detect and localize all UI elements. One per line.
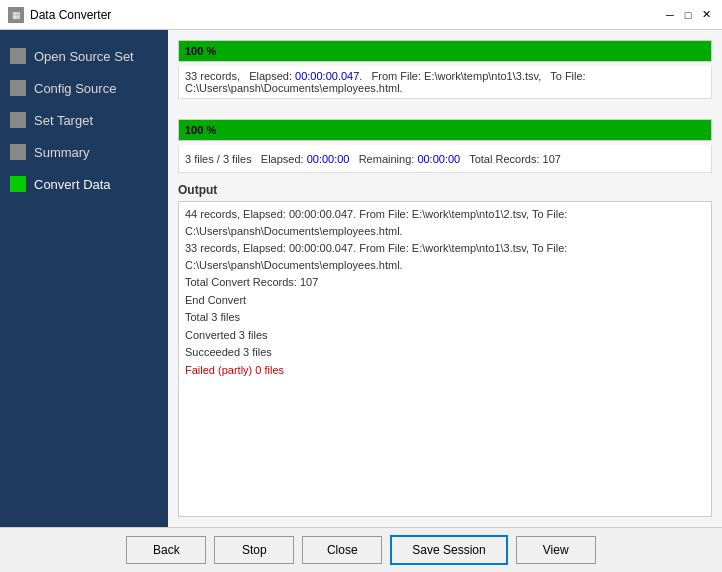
sidebar-label-config-source: Config Source: [34, 81, 116, 96]
save-session-button[interactable]: Save Session: [390, 535, 507, 565]
maximize-button[interactable]: □: [680, 7, 696, 23]
progress-info-text-2: 3 files / 3 files Elapsed: 00:00:00 Rema…: [185, 153, 561, 165]
progress-percent-1: 100 %: [185, 45, 216, 57]
title-bar-title: Data Converter: [30, 8, 111, 22]
progress-bar-2: 100 %: [178, 119, 712, 141]
sidebar: Open Source Set Config Source Set Target…: [0, 30, 168, 527]
view-button[interactable]: View: [516, 536, 596, 564]
close-button-footer[interactable]: Close: [302, 536, 382, 564]
sidebar-label-convert-data: Convert Data: [34, 177, 111, 192]
output-label: Output: [178, 183, 712, 197]
output-line: Converted 3 files: [185, 327, 705, 344]
main-window: ▦ Data Converter ─ □ ✕ Open Source Set C…: [0, 0, 722, 572]
output-line: Failed (partly) 0 files: [185, 362, 705, 379]
output-line: Total 3 files: [185, 309, 705, 326]
output-line: 44 records, Elapsed: 00:00:00.047. From …: [185, 206, 705, 239]
progress-info-2: 3 files / 3 files Elapsed: 00:00:00 Rema…: [178, 145, 712, 173]
sidebar-item-set-target[interactable]: Set Target: [0, 104, 168, 136]
convert-data-icon: [10, 176, 26, 192]
remaining-time: 00:00:00: [417, 153, 460, 165]
progress-bar-fill-1: [179, 41, 711, 61]
progress-percent-2: 100 %: [185, 124, 216, 136]
sidebar-item-open-source-set[interactable]: Open Source Set: [0, 40, 168, 72]
close-button[interactable]: ✕: [698, 7, 714, 23]
sidebar-label-summary: Summary: [34, 145, 90, 160]
progress-bar-fill-2: [179, 120, 711, 140]
output-box[interactable]: 44 records, Elapsed: 00:00:00.047. From …: [178, 201, 712, 517]
output-line: Succeeded 3 files: [185, 344, 705, 361]
minimize-button[interactable]: ─: [662, 7, 678, 23]
output-section: Output 44 records, Elapsed: 00:00:00.047…: [178, 183, 712, 517]
back-button[interactable]: Back: [126, 536, 206, 564]
set-target-icon: [10, 112, 26, 128]
progress-section-1: 100 % 33 records, Elapsed: 00:00:00.047.…: [178, 40, 712, 99]
sidebar-label-set-target: Set Target: [34, 113, 93, 128]
sidebar-item-config-source[interactable]: Config Source: [0, 72, 168, 104]
output-line: Total Convert Records: 107: [185, 274, 705, 291]
title-bar-controls: ─ □ ✕: [662, 7, 714, 23]
sidebar-item-convert-data[interactable]: Convert Data: [0, 168, 168, 200]
output-line: 33 records, Elapsed: 00:00:00.047. From …: [185, 240, 705, 273]
sidebar-item-summary[interactable]: Summary: [0, 136, 168, 168]
sidebar-label-open-source-set: Open Source Set: [34, 49, 134, 64]
app-icon: ▦: [8, 7, 24, 23]
footer: Back Stop Close Save Session View: [0, 527, 722, 572]
progress-section-2: 100 % 3 files / 3 files Elapsed: 00:00:0…: [178, 119, 712, 173]
open-source-set-icon: [10, 48, 26, 64]
summary-icon: [10, 144, 26, 160]
config-source-icon: [10, 80, 26, 96]
stop-button[interactable]: Stop: [214, 536, 294, 564]
title-bar: ▦ Data Converter ─ □ ✕: [0, 0, 722, 30]
content-area: 100 % 33 records, Elapsed: 00:00:00.047.…: [168, 30, 722, 527]
progress-info-text-1: 33 records, Elapsed: 00:00:00.047. From …: [185, 70, 705, 94]
progress-info-1: 33 records, Elapsed: 00:00:00.047. From …: [178, 66, 712, 99]
progress-bar-1: 100 %: [178, 40, 712, 62]
output-line: End Convert: [185, 292, 705, 309]
main-content: Open Source Set Config Source Set Target…: [0, 30, 722, 527]
section-spacer: [178, 109, 712, 119]
elapsed-time-2: 00:00:00: [307, 153, 350, 165]
elapsed-time-1: 00:00:00.047: [295, 70, 359, 82]
